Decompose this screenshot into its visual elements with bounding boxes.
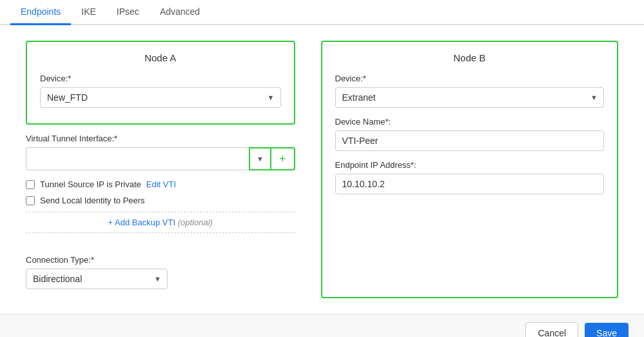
footer: Cancel Save xyxy=(0,314,644,337)
send-local-checkbox[interactable] xyxy=(26,196,35,205)
nodes-row: Node A Device:* New_FTD ▼ Virtual Tunnel… xyxy=(26,41,618,298)
vti-input[interactable] xyxy=(26,147,249,170)
vti-section: Virtual Tunnel Interface:* ▼ + xyxy=(26,134,295,179)
add-backup-section: + Add Backup VTI (optional) xyxy=(26,212,295,233)
main-container: Endpoints IKE IPsec Advanced Node A Devi… xyxy=(0,0,644,337)
tab-advanced[interactable]: Advanced xyxy=(150,0,210,25)
node-b-endpoint-ip-input[interactable] xyxy=(335,174,605,194)
send-local-label: Send Local Identity to Peers xyxy=(40,196,145,205)
node-b-endpoint-ip-label: Endpoint IP Address*: xyxy=(335,160,605,170)
node-a-device-label: Device:* xyxy=(40,74,281,83)
node-a-title: Node A xyxy=(40,52,281,63)
content-area: Node A Device:* New_FTD ▼ Virtual Tunnel… xyxy=(0,25,644,314)
node-a-panel: Node A Device:* New_FTD ▼ xyxy=(26,41,295,125)
vti-row: ▼ + xyxy=(26,147,295,170)
node-b-title: Node B xyxy=(335,52,605,63)
add-backup-optional: (optional) xyxy=(178,218,213,227)
node-a-device-wrapper: New_FTD ▼ xyxy=(40,87,281,108)
tab-ipsec[interactable]: IPsec xyxy=(106,0,150,25)
tabs-bar: Endpoints IKE IPsec Advanced xyxy=(0,0,644,25)
connection-type-section: Connection Type:* Bidirectional ▼ xyxy=(26,255,295,298)
vti-label: Virtual Tunnel Interface:* xyxy=(26,134,295,143)
left-column: Node A Device:* New_FTD ▼ Virtual Tunnel… xyxy=(26,41,295,298)
tunnel-source-row: Tunnel Source IP is Private Edit VTI xyxy=(26,179,295,189)
node-b-device-name-label: Device Name*: xyxy=(335,117,605,127)
tunnel-source-label: Tunnel Source IP is Private xyxy=(40,179,141,189)
node-b-device-label: Device:* xyxy=(335,74,605,83)
node-b-panel: Node B Device:* Extranet ▼ Device Name*:… xyxy=(321,41,619,298)
connection-type-select[interactable]: Bidirectional xyxy=(26,269,168,289)
cancel-button[interactable]: Cancel xyxy=(525,322,578,337)
edit-vti-link[interactable]: Edit VTI xyxy=(146,179,176,189)
tab-endpoints[interactable]: Endpoints xyxy=(10,0,71,25)
node-b-device-wrapper: Extranet ▼ xyxy=(335,87,605,108)
save-button[interactable]: Save xyxy=(585,323,629,337)
node-b-device-name-input[interactable] xyxy=(335,130,605,151)
connection-type-wrapper: Bidirectional ▼ xyxy=(26,269,168,289)
vti-add-button[interactable]: + xyxy=(271,147,295,170)
connection-type-label: Connection Type:* xyxy=(26,255,295,265)
node-a-device-select[interactable]: New_FTD xyxy=(40,87,281,108)
node-b-device-select[interactable]: Extranet xyxy=(335,87,605,108)
add-backup-link[interactable]: + Add Backup VTI xyxy=(108,218,175,227)
tunnel-source-checkbox[interactable] xyxy=(26,180,35,189)
send-local-row: Send Local Identity to Peers xyxy=(26,196,295,205)
tab-ike[interactable]: IKE xyxy=(71,0,106,25)
vti-dropdown-button[interactable]: ▼ xyxy=(249,147,271,170)
